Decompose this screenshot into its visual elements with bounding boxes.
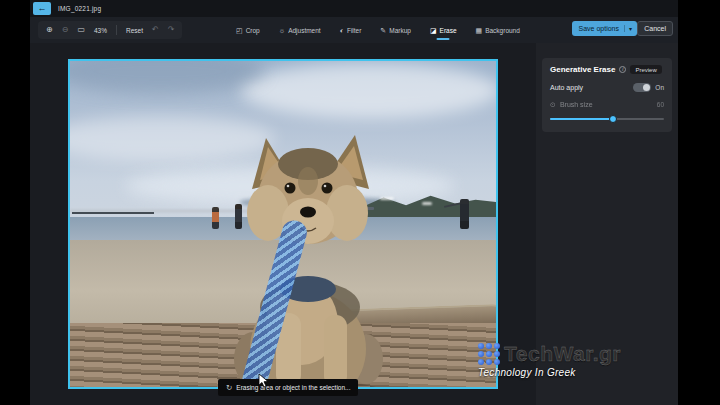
redo-icon[interactable]: ↷	[168, 26, 175, 34]
brush-size-slider[interactable]	[550, 115, 664, 123]
video-frame: ← IMG_0221.jpg ⊕ ⊖ ▭ 43% Reset ↶ ↷ ◰ Cro…	[0, 0, 720, 405]
info-icon[interactable]: i	[619, 66, 626, 73]
file-name: IMG_0221.jpg	[58, 5, 101, 12]
preview-badge: Preview	[630, 65, 661, 74]
cancel-button[interactable]: Cancel	[637, 21, 673, 36]
zoom-in-icon[interactable]: ⊕	[46, 26, 53, 34]
brush-size-value: 60	[657, 101, 664, 108]
brush-size-label: Brush size	[560, 101, 593, 108]
techwar-watermark: TechWar.gr Technology In Greek	[478, 342, 621, 378]
title-bar: ← IMG_0221.jpg	[30, 0, 678, 17]
watermark-title: TechWar.gr	[504, 342, 621, 366]
zoom-level: 43%	[94, 27, 107, 34]
status-tooltip: ↻ Erasing area or object in the selectio…	[218, 379, 358, 396]
auto-apply-state: On	[655, 84, 664, 91]
slider-thumb[interactable]	[609, 115, 617, 123]
back-icon: ←	[38, 3, 47, 13]
auto-apply-toggle[interactable]	[633, 83, 651, 92]
tab-background[interactable]: ▦ Background	[470, 20, 526, 40]
background-icon: ▦	[476, 27, 483, 34]
toggle-knob	[643, 84, 650, 91]
tab-markup[interactable]: ✎ Markup	[374, 20, 417, 40]
fit-to-screen-icon[interactable]: ▭	[77, 26, 85, 34]
reset-button[interactable]: Reset	[126, 27, 143, 34]
tab-erase[interactable]: ◪ Erase	[424, 20, 463, 40]
brush-size-icon: ⊙	[550, 101, 556, 108]
tab-adjustment[interactable]: ☼ Adjustment	[273, 20, 327, 40]
chevron-down-icon: ▾	[624, 25, 637, 32]
watermark-subtitle: Technology In Greek	[478, 367, 621, 378]
erase-icon: ◪	[430, 27, 437, 34]
back-button[interactable]: ←	[33, 2, 51, 15]
divider	[116, 25, 117, 35]
slider-fill	[550, 118, 613, 120]
edit-canvas-area: ↻ Erasing area or object in the selectio…	[30, 43, 678, 405]
status-text: Erasing area or object in the selection.…	[236, 384, 350, 391]
tab-filter[interactable]: ◐ Filter	[334, 20, 368, 40]
crop-icon: ◰	[236, 27, 243, 34]
markup-icon: ✎	[380, 27, 386, 34]
mouse-cursor	[258, 373, 269, 388]
adjustment-icon: ☼	[279, 27, 285, 34]
undo-icon[interactable]: ↶	[152, 26, 159, 34]
techwar-logo-icon	[478, 343, 500, 365]
editor-toolbar: ⊕ ⊖ ▭ 43% Reset ↶ ↷ ◰ Crop ☼ Adjustment	[30, 17, 678, 43]
photo-canvas[interactable]	[68, 59, 498, 389]
auto-apply-label: Auto apply	[550, 84, 583, 91]
panel-title: Generative Erase	[550, 65, 615, 74]
tab-crop[interactable]: ◰ Crop	[230, 20, 266, 40]
zoom-controls: ⊕ ⊖ ▭ 43% Reset ↶ ↷	[38, 21, 182, 39]
photos-app-window: ← IMG_0221.jpg ⊕ ⊖ ▭ 43% Reset ↶ ↷ ◰ Cro…	[30, 0, 678, 405]
zoom-out-icon[interactable]: ⊖	[62, 26, 69, 34]
brush-size-row: ⊙ Brush size 60	[550, 101, 664, 108]
edit-mode-tabs: ◰ Crop ☼ Adjustment ◐ Filter ✎ Markup ◪	[230, 19, 526, 41]
save-options-button[interactable]: Save options ▾	[572, 21, 638, 36]
filter-icon: ◐	[340, 27, 344, 34]
generative-erase-card: Generative Erase i Preview Auto apply On	[542, 58, 672, 132]
spinner-icon: ↻	[226, 383, 232, 392]
